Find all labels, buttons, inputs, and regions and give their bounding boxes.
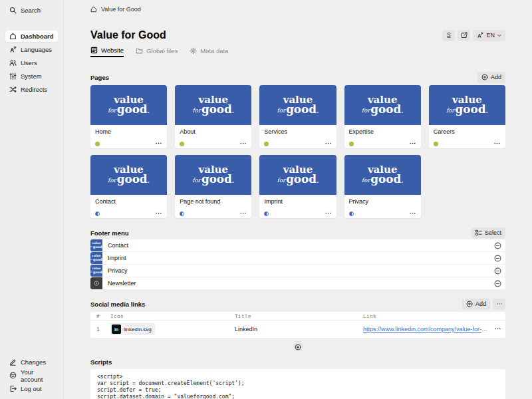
page-card-title[interactable]: Services: [264, 128, 331, 135]
status-dot[interactable]: [95, 211, 100, 216]
sidebar-item-languages[interactable]: Languages: [5, 44, 58, 55]
options-button[interactable]: [155, 209, 162, 218]
language-selector[interactable]: EN: [473, 30, 505, 41]
page-card-title[interactable]: Privacy: [349, 198, 416, 205]
options-button[interactable]: [239, 140, 247, 148]
home-icon: [90, 6, 97, 13]
options-button[interactable]: [239, 209, 247, 218]
sidebar-search[interactable]: Search: [5, 5, 58, 16]
pages-section: Pages Add valueforgood. Home valueforgoo…: [90, 72, 505, 218]
code-line: var script = document.createElement('scr…: [97, 380, 499, 387]
options-button[interactable]: [325, 140, 332, 148]
footer-item-title[interactable]: Privacy: [108, 267, 494, 274]
status-dot[interactable]: [264, 142, 269, 146]
sidebar-item-log-out[interactable]: Log out: [5, 383, 58, 394]
footer-menu-item-newsletter[interactable]: Newsletter: [90, 277, 505, 289]
footer-item-title[interactable]: Contact: [108, 242, 494, 249]
page-card-home[interactable]: valueforgood. Home: [90, 85, 167, 148]
icon-file-chip[interactable]: in linkedin.svg: [110, 323, 155, 335]
options-button[interactable]: [155, 140, 162, 148]
page-card-title[interactable]: About: [180, 128, 247, 135]
open-preview-button[interactable]: [458, 30, 470, 41]
page-card-about[interactable]: valueforgood. About: [175, 85, 251, 148]
page-card-careers[interactable]: valueforgood. Careers: [429, 85, 505, 148]
remove-button[interactable]: [494, 242, 501, 249]
options-button[interactable]: [409, 209, 416, 218]
status-dot[interactable]: [349, 211, 354, 216]
add-icon: [466, 301, 473, 307]
footer-menu-item-imprint[interactable]: valueforgood. Imprint: [90, 252, 505, 264]
add-row-button[interactable]: [293, 342, 303, 352]
linkedin-url-link[interactable]: https://www.linkedin.com/company/value-f…: [363, 326, 489, 332]
status-dot[interactable]: [180, 211, 184, 216]
options-button[interactable]: [409, 140, 416, 148]
template-icon: [446, 32, 452, 39]
footer-item-title[interactable]: Newsletter: [108, 280, 494, 287]
sidebar-item-changes[interactable]: Changes: [5, 356, 58, 368]
page-card-title[interactable]: Contact: [95, 198, 162, 205]
sidebar-item-your-account[interactable]: Your account: [5, 370, 58, 381]
status-dot[interactable]: [434, 142, 438, 146]
tab-label: Meta data: [200, 47, 228, 55]
page-card-title[interactable]: Page not found: [180, 198, 247, 205]
page-header: Value for Good EN: [90, 29, 505, 41]
tab-website[interactable]: Website: [90, 47, 124, 57]
footer-item-title[interactable]: Imprint: [108, 255, 494, 261]
scripts-code-editor[interactable]: <script> var script = document.createEle…: [90, 369, 505, 399]
status-dot[interactable]: [349, 142, 354, 146]
template-button[interactable]: [442, 30, 455, 41]
sidebar-search-label: Search: [21, 7, 41, 14]
more-icon: [155, 209, 162, 217]
status-dot[interactable]: [180, 142, 184, 146]
sidebar-item-redirects[interactable]: Redirects: [5, 84, 58, 95]
scripts-label: Scripts: [90, 358, 112, 366]
page-card-page-not-found[interactable]: valueforgood. Page not found: [175, 155, 251, 218]
page-card-privacy[interactable]: valueforgood. Privacy: [344, 155, 421, 218]
add-social-link-button[interactable]: Add: [462, 299, 490, 310]
footer-menu-item-contact[interactable]: valueforgood. Contact: [90, 239, 505, 251]
status-dot[interactable]: [95, 142, 100, 146]
page-card-title[interactable]: Home: [95, 128, 162, 135]
tab-global-files[interactable]: Global files: [136, 47, 178, 57]
options-button[interactable]: [325, 209, 332, 218]
page-card-preview: valueforgood.: [175, 85, 251, 125]
select-button[interactable]: Select: [471, 227, 505, 239]
breadcrumb[interactable]: Value for Good: [90, 5, 505, 13]
table-row-linkedin[interactable]: 1 in linkedin.svg LinkedIn https://www.l…: [90, 321, 505, 338]
page-card-title[interactable]: Expertise: [349, 128, 416, 135]
page-card-title[interactable]: Imprint: [264, 198, 331, 205]
link-title-cell[interactable]: LinkedIn: [235, 326, 363, 332]
sidebar-item-dashboard[interactable]: Dashboard: [5, 31, 58, 42]
page-card-imprint[interactable]: valueforgood. Imprint: [259, 155, 336, 218]
account-icon: [9, 372, 17, 379]
remove-button[interactable]: [494, 280, 501, 287]
footer-menu-item-privacy[interactable]: valueforgood. Privacy: [90, 265, 505, 277]
row-options-button[interactable]: [494, 325, 501, 334]
gear-icon: [190, 47, 197, 55]
tab-meta-data[interactable]: Meta data: [190, 47, 228, 57]
social-more-button[interactable]: [493, 299, 505, 310]
page-card-contact[interactable]: valueforgood. Contact: [90, 155, 167, 218]
language-code: EN: [486, 32, 495, 39]
page-card-preview: valueforgood.: [344, 155, 421, 195]
app-window: Search Dashboard Languages Users System …: [0, 0, 532, 399]
page-card-title[interactable]: Careers: [434, 128, 501, 135]
pages-grid: valueforgood. Home valueforgood. About v…: [90, 85, 505, 218]
tab-label: Website: [101, 47, 124, 54]
sidebar-item-users[interactable]: Users: [5, 57, 58, 68]
options-button[interactable]: [493, 140, 501, 148]
page-card-preview: valueforgood.: [344, 85, 421, 125]
status-dot[interactable]: [264, 211, 269, 216]
icon-filename: linkedin.svg: [124, 327, 152, 332]
sidebar-item-label: Dashboard: [21, 33, 54, 40]
sidebar-item-label: System: [21, 72, 42, 80]
remove-button[interactable]: [494, 267, 501, 275]
add-page-button[interactable]: Add: [477, 72, 505, 83]
page-card-preview: valueforgood.: [90, 85, 167, 125]
remove-button[interactable]: [494, 255, 501, 262]
page-card-services[interactable]: valueforgood. Services: [259, 85, 336, 148]
breadcrumb-title[interactable]: Value for Good: [101, 6, 141, 13]
page-card-expertise[interactable]: valueforgood. Expertise: [344, 85, 421, 148]
sidebar-item-system[interactable]: System: [5, 70, 58, 82]
placeholder-icon: [93, 280, 100, 287]
